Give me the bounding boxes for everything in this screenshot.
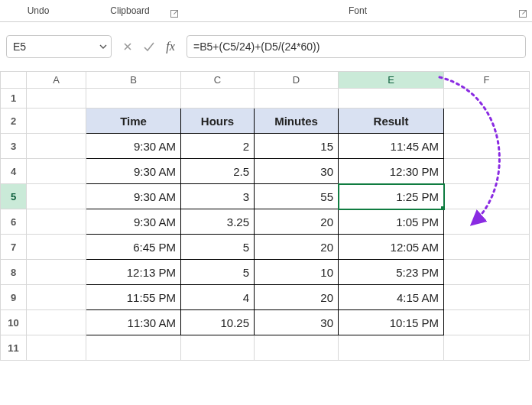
cell-D6[interactable]: 20 bbox=[255, 209, 339, 235]
cell-C9[interactable]: 4 bbox=[181, 285, 255, 310]
col-header-B[interactable]: B bbox=[86, 72, 181, 89]
cell-C6[interactable]: 3.25 bbox=[181, 209, 255, 235]
row-header-6[interactable]: 6 bbox=[1, 209, 27, 235]
row-header-5[interactable]: 5 bbox=[1, 184, 27, 209]
cell-B7[interactable]: 6:45 PM bbox=[86, 235, 181, 260]
cell-B9[interactable]: 11:55 PM bbox=[86, 285, 181, 310]
row-header-2[interactable]: 2 bbox=[1, 109, 27, 134]
cell-D2[interactable]: Minutes bbox=[255, 109, 339, 134]
cell-F1[interactable] bbox=[444, 89, 530, 109]
select-all-corner[interactable] bbox=[1, 72, 27, 89]
row-11: 11 bbox=[1, 335, 530, 361]
cell-E5[interactable]: 1:25 PM bbox=[339, 184, 444, 209]
cell-E3[interactable]: 11:45 AM bbox=[339, 134, 444, 159]
cell-D8[interactable]: 10 bbox=[255, 260, 339, 285]
row-header-8[interactable]: 8 bbox=[1, 260, 27, 285]
cell-B5[interactable]: 9:30 AM bbox=[86, 184, 181, 209]
row-header-3[interactable]: 3 bbox=[1, 134, 27, 159]
cell-C2[interactable]: Hours bbox=[181, 109, 255, 134]
cell-D4[interactable]: 30 bbox=[255, 159, 339, 184]
cell-B11[interactable] bbox=[86, 335, 181, 361]
cell-E10[interactable]: 10:15 PM bbox=[339, 310, 444, 335]
col-header-C[interactable]: C bbox=[181, 72, 255, 89]
cell-D11[interactable] bbox=[255, 335, 339, 361]
cell-C10[interactable]: 10.25 bbox=[181, 310, 255, 335]
cell-E8[interactable]: 5:23 PM bbox=[339, 260, 444, 285]
cancel-icon[interactable] bbox=[121, 41, 135, 52]
row-header-10[interactable]: 10 bbox=[1, 310, 27, 335]
cell-B6[interactable]: 9:30 AM bbox=[86, 209, 181, 235]
cell-A5[interactable] bbox=[27, 184, 86, 209]
chevron-down-icon[interactable] bbox=[96, 43, 111, 50]
dialog-launcher-icon[interactable] bbox=[170, 9, 179, 18]
dialog-launcher-icon[interactable] bbox=[518, 9, 527, 18]
cell-A6[interactable] bbox=[27, 209, 86, 235]
cell-E4[interactable]: 12:30 PM bbox=[339, 159, 444, 184]
cell-F8[interactable] bbox=[444, 260, 530, 285]
formula-bar[interactable]: =B5+(C5/24)+(D5/(24*60)) bbox=[187, 35, 526, 58]
cell-A8[interactable] bbox=[27, 260, 86, 285]
cell-D7[interactable]: 20 bbox=[255, 235, 339, 260]
row-header-4[interactable]: 4 bbox=[1, 159, 27, 184]
cell-C1[interactable] bbox=[181, 89, 255, 109]
header-time: Time bbox=[86, 109, 180, 133]
cell-C3[interactable]: 2 bbox=[181, 134, 255, 159]
cell-D5[interactable]: 55 bbox=[255, 184, 339, 209]
ribbon-label-font: Font bbox=[183, 0, 532, 21]
cell-B2[interactable]: Time bbox=[86, 109, 181, 134]
cell-B10[interactable]: 11:30 AM bbox=[86, 310, 181, 335]
cell-A7[interactable] bbox=[27, 235, 86, 260]
cell-F10[interactable] bbox=[444, 310, 530, 335]
cell-E6[interactable]: 1:05 PM bbox=[339, 209, 444, 235]
col-header-A[interactable]: A bbox=[27, 72, 86, 89]
cell-A11[interactable] bbox=[27, 335, 86, 361]
cell-F3[interactable] bbox=[444, 134, 530, 159]
cell-F4[interactable] bbox=[444, 159, 530, 184]
name-box[interactable]: E5 bbox=[6, 35, 112, 58]
cell-B1[interactable] bbox=[86, 89, 181, 109]
cell-A10[interactable] bbox=[27, 310, 86, 335]
col-header-E[interactable]: E bbox=[339, 72, 444, 89]
cell-B4[interactable]: 9:30 AM bbox=[86, 159, 181, 184]
cell-C11[interactable] bbox=[181, 335, 255, 361]
cell-D3[interactable]: 15 bbox=[255, 134, 339, 159]
row-header-9[interactable]: 9 bbox=[1, 285, 27, 310]
cell-C5[interactable]: 3 bbox=[181, 184, 255, 209]
cell-F2[interactable] bbox=[444, 109, 530, 134]
cell-A1[interactable] bbox=[27, 89, 86, 109]
cell-E7[interactable]: 12:05 AM bbox=[339, 235, 444, 260]
cell-F6[interactable] bbox=[444, 209, 530, 235]
cell-A2[interactable] bbox=[27, 109, 86, 134]
cell-E1[interactable] bbox=[339, 89, 444, 109]
header-hours: Hours bbox=[181, 109, 254, 133]
cell-F5[interactable] bbox=[444, 184, 530, 209]
cell-A9[interactable] bbox=[27, 285, 86, 310]
cell-C4[interactable]: 2.5 bbox=[181, 159, 255, 184]
cell-F11[interactable] bbox=[444, 335, 530, 361]
cell-E2[interactable]: Result bbox=[339, 109, 444, 134]
cell-D1[interactable] bbox=[255, 89, 339, 109]
cell-D10[interactable]: 30 bbox=[255, 310, 339, 335]
spreadsheet-grid[interactable]: A B C D E F 1 2 Time Hours Minutes Resul… bbox=[0, 71, 532, 361]
row-header-11[interactable]: 11 bbox=[1, 335, 27, 361]
fx-icon[interactable]: fx bbox=[164, 40, 177, 53]
cell-B8[interactable]: 12:13 PM bbox=[86, 260, 181, 285]
row-header-1[interactable]: 1 bbox=[1, 89, 27, 109]
col-header-D[interactable]: D bbox=[255, 72, 339, 89]
enter-icon[interactable] bbox=[142, 41, 156, 52]
row-1: 1 bbox=[1, 89, 530, 109]
cell-D9[interactable]: 20 bbox=[255, 285, 339, 310]
header-result: Result bbox=[339, 109, 443, 133]
cell-F9[interactable] bbox=[444, 285, 530, 310]
cell-E11[interactable] bbox=[339, 335, 444, 361]
cell-A4[interactable] bbox=[27, 159, 86, 184]
cell-C7[interactable]: 5 bbox=[181, 235, 255, 260]
cell-E9[interactable]: 4:15 AM bbox=[339, 285, 444, 310]
col-header-F[interactable]: F bbox=[444, 72, 530, 89]
cell-C8[interactable]: 5 bbox=[181, 260, 255, 285]
cell-A3[interactable] bbox=[27, 134, 86, 159]
row-header-7[interactable]: 7 bbox=[1, 235, 27, 260]
row-2: 2 Time Hours Minutes Result bbox=[1, 109, 530, 134]
cell-F7[interactable] bbox=[444, 235, 530, 260]
cell-B3[interactable]: 9:30 AM bbox=[86, 134, 181, 159]
